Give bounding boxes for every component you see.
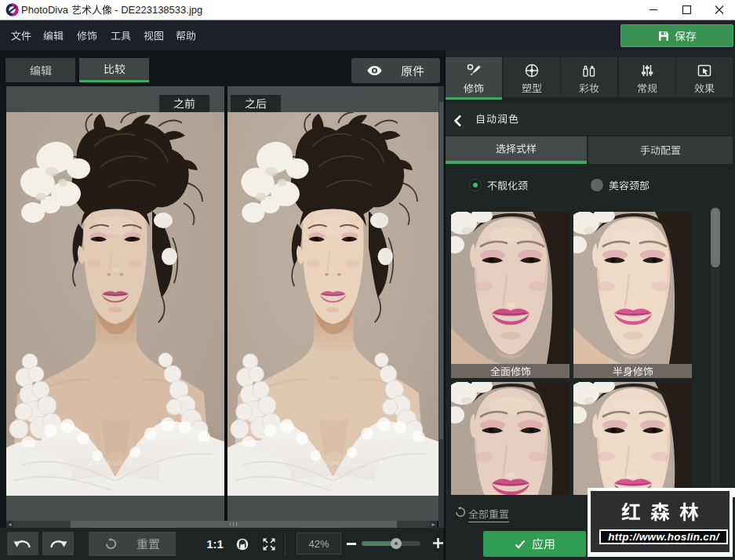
svg-text:JIAN DUO LE JIU HAO LE: JIAN DUO LE JIU HAO LE — [88, 460, 179, 466]
svg-text:JIAN DUO LE JIU HAO LE: JIAN DUO LE JIU HAO LE — [307, 460, 395, 466]
